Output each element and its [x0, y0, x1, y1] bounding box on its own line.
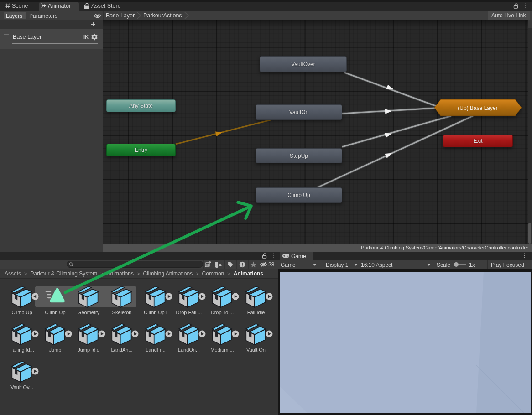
- svg-text:(Up) Base Layer: (Up) Base Layer: [458, 105, 497, 111]
